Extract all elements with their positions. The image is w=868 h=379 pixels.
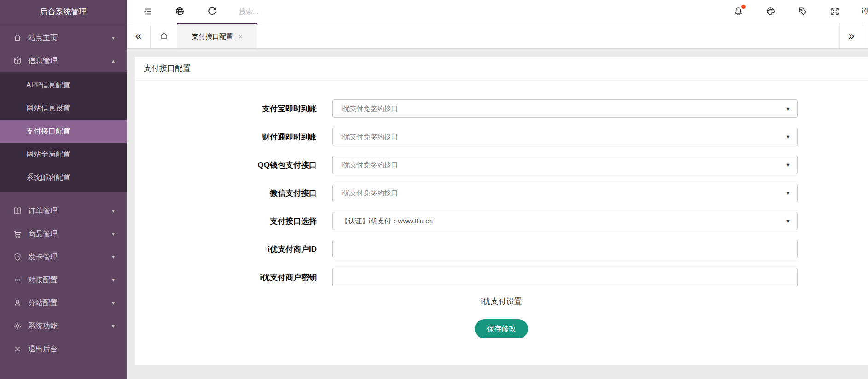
sidebar-item-payment-interface-config[interactable]: 支付接口配置 xyxy=(0,120,127,143)
merchant-key-input[interactable] xyxy=(332,268,798,286)
merchant-id-input[interactable] xyxy=(332,240,798,258)
tabbar-spacer xyxy=(257,23,839,48)
field-label: QQ钱包支付接口 xyxy=(135,160,317,170)
chevron-down-icon: ▾ xyxy=(112,35,115,41)
field-label: i优支付商户ID xyxy=(135,244,317,255)
notification-badge xyxy=(741,5,746,9)
chevron-down-icon: ▼ xyxy=(786,106,791,111)
chevron-down-icon: ▼ xyxy=(786,134,791,140)
form-row: 微信支付接口 i优支付免签约接口 ▼ xyxy=(135,184,868,202)
field-label: 微信支付接口 xyxy=(135,188,317,198)
chevron-down-icon: ▾ xyxy=(112,208,115,214)
sidebar-item-app-info-config[interactable]: APP信息配置 xyxy=(0,74,127,97)
sidebar-item-substation-config[interactable]: 分站配置 ▾ xyxy=(0,292,127,315)
section-note: i优支付设置 xyxy=(135,296,868,307)
sidebar-item-product-management[interactable]: 商品管理 ▾ xyxy=(0,222,127,245)
search-input[interactable] xyxy=(239,7,359,15)
sidebar-item-order-management[interactable]: 订单管理 ▾ xyxy=(0,199,127,222)
sidebar-item-label: 系统功能 xyxy=(28,321,58,331)
sidebar-item-integration-config[interactable]: ∞ 对接配置 ▾ xyxy=(0,268,127,292)
form-row: 支付接口选择 【认证】i优支付：www.8iu.cn ▼ xyxy=(135,212,868,230)
cube-icon xyxy=(13,56,22,65)
tab-label: 支付接口配置 xyxy=(192,32,233,41)
chevron-down-icon: ▼ xyxy=(786,162,791,168)
chevron-down-icon: ▼ xyxy=(786,218,791,224)
sidebar-item-info-management[interactable]: 信息管理 ▴ xyxy=(0,49,127,72)
bell-icon[interactable] xyxy=(733,6,743,17)
chevron-down-icon: ▾ xyxy=(112,323,115,329)
app-title: 后台系统管理 xyxy=(0,0,127,24)
wechat-pay-select[interactable]: i优支付免签约接口 ▼ xyxy=(332,184,798,202)
sidebar-item-label: 发卡管理 xyxy=(28,252,58,262)
chevron-up-icon: ▴ xyxy=(112,58,115,64)
chevron-down-icon: ▾ xyxy=(112,231,115,237)
select-value: 【认证】i优支付：www.8iu.cn xyxy=(341,217,786,226)
refresh-icon[interactable] xyxy=(207,6,217,17)
chevron-down-icon: ▾ xyxy=(112,277,115,283)
sidebar-item-label: 商品管理 xyxy=(28,229,58,239)
select-value: i优支付免签约接口 xyxy=(341,189,786,198)
tab-home-button[interactable] xyxy=(151,23,177,48)
form-row: 财付通即时到账 i优支付免签约接口 ▼ xyxy=(135,128,868,146)
sidebar-item-label: 信息管理 xyxy=(28,56,58,66)
qq-wallet-select[interactable]: i优支付免签约接口 ▼ xyxy=(332,156,798,174)
tag-icon[interactable] xyxy=(798,6,808,17)
sidebar-item-site-home[interactable]: 站点主页 ▾ xyxy=(0,26,127,49)
tabs-scroll-right-button[interactable]: » xyxy=(839,23,863,48)
sidebar-item-label: 退出后台 xyxy=(28,344,58,354)
card-title: 支付接口配置 xyxy=(135,57,868,81)
chevron-down-icon: ▾ xyxy=(112,254,115,260)
user-menu[interactable]: i优 xyxy=(862,7,868,16)
tab-close-icon[interactable]: × xyxy=(239,33,243,41)
field-label: 财付通即时到账 xyxy=(135,132,317,142)
cart-icon xyxy=(13,229,22,239)
save-button[interactable]: 保存修改 xyxy=(475,319,528,338)
home-icon xyxy=(13,33,22,42)
form-row: i优支付商户ID xyxy=(135,240,868,258)
gear-icon xyxy=(13,321,22,331)
alipay-instant-select[interactable]: i优支付免签约接口 ▼ xyxy=(332,99,798,118)
select-value: i优支付免签约接口 xyxy=(341,133,786,141)
topbar-right: i优 xyxy=(733,6,868,17)
user-icon xyxy=(13,298,22,308)
globe-icon[interactable] xyxy=(175,6,185,17)
sidebar-item-label: 站点主页 xyxy=(28,33,58,43)
sidebar-item-label: 分站配置 xyxy=(28,298,58,308)
close-icon xyxy=(13,344,22,354)
link-icon: ∞ xyxy=(13,275,22,285)
tabbar: « 支付接口配置 × » xyxy=(127,23,868,49)
form-row: i优支付商户密钥 xyxy=(135,268,868,286)
topbar: i优 xyxy=(127,0,868,23)
gateway-choice-select[interactable]: 【认证】i优支付：www.8iu.cn ▼ xyxy=(332,212,798,230)
sidebar-item-logout[interactable]: 退出后台 xyxy=(0,338,127,361)
sidebar-item-label: 对接配置 xyxy=(28,275,58,285)
payment-config-form: 支付宝即时到账 i优支付免签约接口 ▼ 财付通即时到账 i优支付免签约接口 ▼ xyxy=(135,81,868,338)
shield-check-icon xyxy=(13,252,22,262)
tenpay-instant-select[interactable]: i优支付免签约接口 ▼ xyxy=(332,128,798,146)
fullscreen-icon[interactable] xyxy=(830,6,840,17)
field-label: 支付接口选择 xyxy=(135,216,317,227)
payment-config-card: 支付接口配置 支付宝即时到账 i优支付免签约接口 ▼ 财付通即时到账 i优支付免… xyxy=(135,57,868,365)
sidebar-item-site-global-config[interactable]: 网站全局配置 xyxy=(0,143,127,166)
orders-icon xyxy=(13,206,22,216)
select-value: i优支付免签约接口 xyxy=(341,161,786,169)
menu-fold-icon[interactable] xyxy=(142,6,152,17)
field-label: i优支付商户密钥 xyxy=(135,272,317,283)
sidebar-item-card-issuing-management[interactable]: 发卡管理 ▾ xyxy=(0,245,127,268)
sidebar: 后台系统管理 站点主页 ▾ 信息管理 ▴ xyxy=(0,0,127,379)
tabs-scroll-left-button[interactable]: « xyxy=(127,23,151,48)
chevron-down-icon: ▾ xyxy=(112,300,115,306)
info-management-submenu: APP信息配置 网站信息设置 支付接口配置 网站全局配置 系统邮箱配置 xyxy=(0,72,127,192)
content-area: 支付接口配置 支付宝即时到账 i优支付免签约接口 ▼ 财付通即时到账 i优支付免… xyxy=(127,49,868,379)
sidebar-menu: 站点主页 ▾ 信息管理 ▴ APP信息配置 网站信息设置 支付接口配置 网站全局… xyxy=(0,24,127,361)
select-value: i优支付免签约接口 xyxy=(341,105,786,113)
main-area: i优 « 支付接口配置 × » 支付接口配置 xyxy=(127,0,868,379)
sidebar-item-system-mailbox-config[interactable]: 系统邮箱配置 xyxy=(0,166,127,189)
palette-icon[interactable] xyxy=(765,6,775,17)
chevron-down-icon: ▼ xyxy=(786,190,791,196)
form-row: 支付宝即时到账 i优支付免签约接口 ▼ xyxy=(135,99,868,118)
sidebar-item-site-info-settings[interactable]: 网站信息设置 xyxy=(0,97,127,120)
sidebar-item-system-functions[interactable]: 系统功能 ▾ xyxy=(0,315,127,338)
tab-payment-interface-config[interactable]: 支付接口配置 × xyxy=(177,23,257,48)
sidebar-item-label: 订单管理 xyxy=(28,206,58,216)
